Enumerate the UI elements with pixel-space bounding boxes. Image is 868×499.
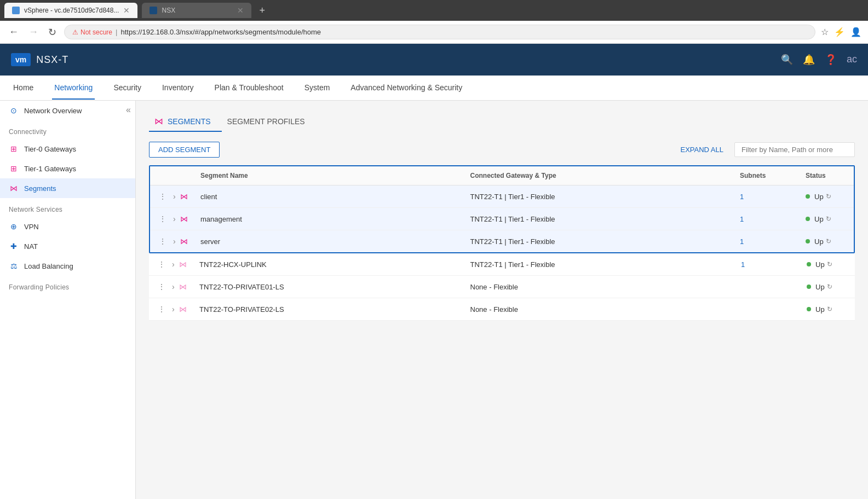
segment-icon-private01: ⋈ <box>179 282 187 291</box>
row-actions-private02: ⋮ › ⋈ <box>149 304 193 315</box>
add-segment-button[interactable]: ADD SEGMENT <box>149 142 220 158</box>
nav-tab-system[interactable]: System <box>302 77 332 100</box>
status-server: Up ↻ <box>799 237 854 246</box>
row-actions-private01: ⋮ › ⋈ <box>149 281 193 292</box>
refresh-button[interactable]: ↻ <box>46 24 59 40</box>
nsx-tab-close[interactable]: ✕ <box>237 6 244 15</box>
status-dot-client <box>806 194 810 199</box>
gateway-management: TNT22-T1 | Tier1 - Flexible <box>464 215 734 223</box>
browser-tab-vsphere[interactable]: vSphere - vc.de7510d9c7d848... ✕ <box>4 3 137 18</box>
status-dot-server <box>806 239 810 243</box>
sidebar-item-tier1[interactable]: ⊞ Tier-1 Gateways <box>0 159 135 178</box>
subnet-link-hcx[interactable]: 1 <box>741 260 745 269</box>
sidebar-item-label-load-balancing: Load Balancing <box>24 262 73 270</box>
status-private02: Up ↻ <box>800 305 855 314</box>
sidebar-collapse-button[interactable]: « <box>126 105 131 115</box>
row-expand-private02[interactable]: › <box>170 304 177 315</box>
sidebar-item-label-nat: NAT <box>24 242 38 251</box>
gateway-server: TNT22-T1 | Tier1 - Flexible <box>464 237 734 246</box>
refresh-icon-client[interactable]: ↻ <box>826 193 831 200</box>
tab-segments[interactable]: ⋈ SEGMENTS <box>149 112 222 132</box>
user-icon[interactable]: ac <box>847 54 857 66</box>
nav-tab-security[interactable]: Security <box>111 77 143 100</box>
new-tab-button[interactable]: + <box>256 5 268 16</box>
row-expand-client[interactable]: › <box>171 191 178 202</box>
segments-tab-label: SEGMENTS <box>168 117 211 126</box>
refresh-icon-server[interactable]: ↻ <box>826 237 831 245</box>
sidebar-item-vpn[interactable]: ⊕ VPN <box>0 217 135 236</box>
load-balancing-icon: ⚖ <box>9 261 19 271</box>
row-menu-private02[interactable]: ⋮ <box>156 304 168 315</box>
status-dot-management <box>806 217 810 221</box>
expand-all-button[interactable]: EXPAND ALL <box>680 146 723 154</box>
vsphere-tab-close[interactable]: ✕ <box>123 6 130 15</box>
tier0-icon: ⊞ <box>9 144 19 154</box>
row-menu-hcx[interactable]: ⋮ <box>156 259 168 270</box>
subnet-link-server[interactable]: 1 <box>740 237 744 246</box>
back-button[interactable]: ← <box>7 24 21 40</box>
refresh-icon-hcx[interactable]: ↻ <box>827 260 832 268</box>
toolbar-right: EXPAND ALL <box>680 142 855 157</box>
status-hcx: Up ↻ <box>800 260 855 269</box>
nav-tab-plan[interactable]: Plan & Troubleshoot <box>212 77 286 100</box>
row-menu-private01[interactable]: ⋮ <box>156 281 168 292</box>
sidebar-item-network-overview[interactable]: ⊙ Network Overview <box>0 101 135 120</box>
main-layout: « ⊙ Network Overview Connectivity ⊞ Tier… <box>0 101 868 499</box>
sidebar-item-label-tier1: Tier-1 Gateways <box>24 165 76 173</box>
subnet-link-management[interactable]: 1 <box>740 215 744 223</box>
tab-segment-profiles[interactable]: SEGMENT PROFILES <box>222 113 316 131</box>
subnet-link-client[interactable]: 1 <box>740 193 744 201</box>
status-client: Up ↻ <box>799 193 854 201</box>
sidebar-item-label-network-overview: Network Overview <box>24 107 82 115</box>
segment-name-server: server <box>194 237 464 246</box>
row-menu-client[interactable]: ⋮ <box>157 191 169 202</box>
nav-tab-home[interactable]: Home <box>11 77 36 100</box>
content-tabs: ⋈ SEGMENTS SEGMENT PROFILES <box>149 112 855 132</box>
search-icon[interactable]: 🔍 <box>781 54 793 66</box>
col-status: Status <box>799 172 854 179</box>
nat-icon: ✚ <box>9 241 19 251</box>
refresh-icon-private02[interactable]: ↻ <box>827 305 832 313</box>
table-header: Segment Name Connected Gateway & Type Su… <box>150 166 854 185</box>
refresh-icon-private01[interactable]: ↻ <box>827 283 832 291</box>
profile-icon[interactable]: 👤 <box>850 27 861 37</box>
nav-tab-inventory[interactable]: Inventory <box>160 77 196 100</box>
row-expand-management[interactable]: › <box>171 213 178 224</box>
forward-button[interactable]: → <box>26 24 41 40</box>
sidebar-item-label-tier0: Tier-0 Gateways <box>24 145 76 153</box>
refresh-icon-management[interactable]: ↻ <box>826 215 831 223</box>
nsx-favicon <box>150 7 157 14</box>
sidebar-item-tier0[interactable]: ⊞ Tier-0 Gateways <box>0 139 135 159</box>
gateway-hcx: TNT22-T1 | Tier1 - Flexible <box>464 260 735 269</box>
nsx-tab-label: NSX <box>162 7 175 14</box>
table-row: ⋮ › ⋈ management TNT22-T1 | Tier1 - Flex… <box>150 208 854 230</box>
nav-tab-advanced[interactable]: Advanced Networking & Security <box>348 77 464 100</box>
sidebar-item-load-balancing[interactable]: ⚖ Load Balancing <box>0 256 135 276</box>
status-label-management: Up <box>814 215 824 223</box>
col-subnets: Subnets <box>733 172 799 179</box>
row-expand-server[interactable]: › <box>171 236 178 247</box>
filter-input[interactable] <box>734 142 855 157</box>
segment-name-private02: TNT22-TO-PRIVATE02-LS <box>193 305 464 314</box>
status-label-private01: Up <box>815 283 825 291</box>
security-warning: ⚠ Not secure <box>72 28 112 36</box>
row-expand-private01[interactable]: › <box>170 281 177 292</box>
table-row: ⋮ › ⋈ client TNT22-T1 | Tier1 - Flexible… <box>150 185 854 208</box>
row-menu-management[interactable]: ⋮ <box>157 213 169 224</box>
sidebar-item-segments[interactable]: ⋈ Segments <box>0 178 135 198</box>
address-input[interactable]: ⚠ Not secure | https://192.168.0.3/nsx/#… <box>64 25 815 39</box>
notification-icon[interactable]: 🔔 <box>803 54 815 66</box>
col-gateway: Connected Gateway & Type <box>464 172 734 179</box>
help-icon[interactable]: ❓ <box>825 54 837 66</box>
browser-tab-nsx[interactable]: NSX ✕ <box>142 3 251 18</box>
content-area: ⋈ SEGMENTS SEGMENT PROFILES ADD SEGMENT … <box>136 101 868 499</box>
row-menu-server[interactable]: ⋮ <box>157 236 169 247</box>
nav-tab-networking[interactable]: Networking <box>52 77 95 100</box>
segments-table-other: ⋮ › ⋈ TNT22-HCX-UPLINK TNT22-T1 | Tier1 … <box>149 253 855 321</box>
row-expand-hcx[interactable]: › <box>170 259 177 270</box>
extensions-icon[interactable]: ⚡ <box>834 27 845 37</box>
bookmark-icon[interactable]: ☆ <box>821 27 829 37</box>
sidebar-item-nat[interactable]: ✚ NAT <box>0 236 135 256</box>
sidebar-item-label-vpn: VPN <box>24 223 39 231</box>
segments-tab-icon: ⋈ <box>154 116 163 126</box>
